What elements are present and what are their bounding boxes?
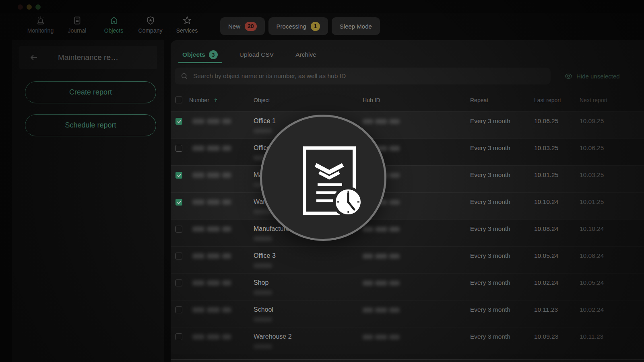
- next-report-value: 10.01.25: [580, 198, 604, 206]
- row-checkbox[interactable]: [175, 172, 182, 179]
- zoom-window-button[interactable]: [35, 4, 41, 10]
- object-name: Office 3: [254, 252, 276, 259]
- repeat-value: Every 3 month: [470, 225, 510, 232]
- last-report-value: 10.11.23: [534, 306, 558, 313]
- nav-item-objects[interactable]: Objects: [95, 15, 132, 34]
- table-row[interactable]: Office Every 3 month 10.03.25 10.06.25: [171, 138, 644, 165]
- star-icon: [182, 15, 192, 26]
- row-checkbox[interactable]: [175, 145, 182, 152]
- redacted-object-address: [254, 317, 272, 322]
- column-header-number[interactable]: Number: [189, 97, 219, 103]
- redacted-object-number: [192, 307, 231, 313]
- row-checkbox[interactable]: [175, 199, 182, 206]
- table-row[interactable]: Shop Every 3 month 10.02.24 10.05.24: [171, 273, 644, 300]
- redacted-object-number: [192, 226, 231, 232]
- top-navigation-bar: Monitoring Journal Objects Company Servi…: [0, 13, 644, 40]
- redacted-object-address: [254, 290, 272, 295]
- tab-objects[interactable]: Objects 3: [178, 46, 222, 63]
- repeat-value: Every 3 month: [470, 252, 510, 259]
- table-row[interactable]: Ma Every 3 month 10.01.25 10.03.25: [171, 165, 644, 192]
- repeat-value: Every 3 month: [470, 333, 510, 340]
- last-report-value: 10.01.25: [534, 171, 558, 179]
- tab-upload-csv[interactable]: Upload CSV: [235, 46, 278, 63]
- nav-item-monitoring[interactable]: Monitoring: [22, 15, 59, 34]
- select-all-checkbox[interactable]: [175, 97, 182, 103]
- search-input[interactable]: [193, 72, 545, 80]
- back-arrow-icon[interactable]: [29, 53, 39, 62]
- next-report-value: 10.11.23: [580, 333, 603, 340]
- table-row[interactable]: Office 3 Every 3 month 10.05.24 10.08.24: [171, 246, 644, 273]
- last-report-value: 10.03.25: [534, 144, 558, 152]
- row-checkbox[interactable]: [175, 253, 182, 259]
- repeat-value: Every 3 month: [470, 198, 510, 206]
- window-titlebar: [0, 0, 644, 13]
- column-header-object: Object: [254, 97, 270, 103]
- nav-items: Monitoring Journal Objects Company Servi…: [22, 15, 205, 34]
- repeat-value: Every 3 month: [470, 117, 510, 125]
- close-window-button[interactable]: [18, 4, 23, 10]
- search-bar: [175, 68, 551, 84]
- object-name: Shop: [254, 279, 272, 286]
- object-name: School: [254, 306, 273, 313]
- redacted-object-number: [192, 119, 231, 124]
- request-status-buttons: New 20 Processing 1 Sleep Mode: [220, 17, 380, 35]
- scheduled-report-icon: [259, 113, 388, 242]
- nav-item-services[interactable]: Services: [169, 15, 205, 34]
- processing-button[interactable]: Processing 1: [268, 17, 328, 35]
- hide-unselected-toggle[interactable]: Hide unselected: [564, 68, 620, 84]
- row-checkbox[interactable]: [175, 226, 182, 232]
- column-header-hub-id: Hub ID: [363, 97, 380, 103]
- next-report-value: 10.05.24: [580, 279, 604, 286]
- create-report-button[interactable]: Create report: [25, 81, 156, 103]
- shield-star-icon: [145, 15, 156, 26]
- sidebar-header: Maintenance re…: [19, 46, 157, 69]
- check-icon: [176, 173, 182, 178]
- row-checkbox[interactable]: [175, 280, 182, 286]
- house-icon: [109, 15, 119, 26]
- table-row[interactable]: School Every 3 month 10.11.23 10.02.24: [171, 300, 644, 327]
- redacted-hub-id: [363, 281, 400, 286]
- tab-count-badge: 3: [209, 50, 218, 59]
- redacted-object-number: [192, 200, 231, 205]
- minimize-window-button[interactable]: [27, 4, 32, 10]
- table-row[interactable]: Manufacture Every 3 month 10.08.24 10.10…: [171, 219, 644, 246]
- repeat-value: Every 3 month: [470, 306, 510, 313]
- repeat-value: Every 3 month: [470, 144, 510, 152]
- sleep-mode-button[interactable]: Sleep Mode: [332, 17, 380, 35]
- objects-panel: Objects 3 Upload CSV Archive Hide unsele…: [171, 40, 644, 362]
- table-row[interactable]: Office 1 Every 3 month 10.06.25 10.09.25: [171, 111, 644, 138]
- table-row[interactable]: Warehouse 2 Every 3 month 10.09.23 10.11…: [171, 327, 644, 354]
- last-report-value: 10.05.24: [534, 252, 558, 259]
- redacted-object-number: [192, 146, 231, 151]
- next-report-value: 10.09.25: [580, 117, 604, 125]
- table-header: Number Object Hub ID Repeat Last report …: [171, 93, 644, 111]
- sort-ascending-icon: [213, 97, 219, 103]
- redacted-hub-id: [363, 335, 400, 339]
- brand-chevron-icon: [316, 165, 343, 178]
- nav-item-journal[interactable]: Journal: [59, 15, 95, 34]
- redacted-hub-id: [363, 308, 400, 313]
- next-report-value: 10.06.25: [580, 144, 604, 152]
- redacted-object-number: [192, 253, 231, 259]
- column-header-repeat: Repeat: [470, 97, 488, 103]
- window-controls: [18, 4, 41, 10]
- last-report-value: 10.06.25: [534, 117, 558, 125]
- row-checkbox[interactable]: [175, 118, 182, 125]
- next-report-value: 10.03.25: [580, 171, 604, 179]
- schedule-report-button[interactable]: Schedule report: [25, 114, 156, 136]
- table-row[interactable]: Ware Every 3 month 10.10.24 10.01.25: [171, 192, 644, 219]
- tab-archive[interactable]: Archive: [291, 46, 320, 63]
- row-checkbox[interactable]: [175, 306, 182, 313]
- check-icon: [176, 200, 182, 205]
- journal-icon: [72, 15, 83, 26]
- nav-item-company[interactable]: Company: [132, 15, 169, 34]
- objects-table-body: Office 1 Every 3 month 10.06.25 10.09.25…: [171, 111, 644, 354]
- new-button[interactable]: New 20: [220, 17, 265, 35]
- table-footer-edge: [171, 359, 644, 362]
- clock-icon: [333, 187, 363, 217]
- object-name: Warehouse 2: [254, 333, 292, 340]
- check-icon: [176, 119, 182, 124]
- app-window: Monitoring Journal Objects Company Servi…: [0, 0, 644, 362]
- redacted-object-number: [192, 280, 231, 286]
- row-checkbox[interactable]: [175, 333, 182, 340]
